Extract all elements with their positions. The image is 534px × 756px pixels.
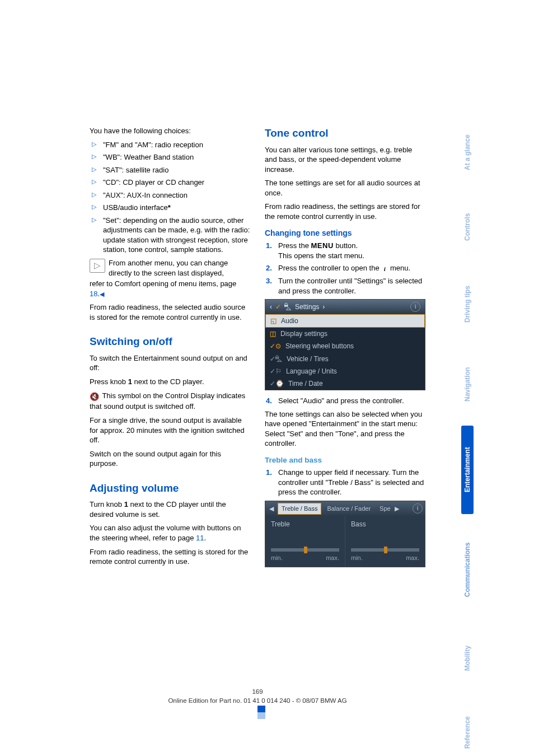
min-label: min. (271, 554, 283, 562)
choices-intro: You have the following choices: (90, 126, 250, 136)
list-item: Press the controller to open the i menu. (265, 263, 425, 273)
section-tab-at-a-glance[interactable]: At a glance (461, 116, 474, 188)
text-run: Press the (278, 241, 311, 250)
tone-para: You can alter various tone settings, e.g… (265, 145, 425, 175)
row-glyph-icon: ✓⊙ (270, 342, 281, 351)
max-label: max. (406, 554, 419, 562)
vol-para: Turn knob 1 next to the CD player until … (90, 500, 250, 519)
row-label: Time / Date (288, 379, 323, 388)
row-label: Vehicle / Tires (287, 354, 329, 363)
row-glyph-icon: ◱ (270, 316, 277, 325)
note-box: ▷ From another menu, you can change dire… (90, 258, 250, 278)
screenshot-header-label: Settings (295, 302, 319, 311)
row-label: Steering wheel buttons (285, 342, 354, 351)
note-continuation: refer to Comfort opening of menu items, … (90, 279, 250, 298)
changing-tone-steps-cont: Select "Audio" and press the controller. (265, 396, 425, 406)
row-label: Audio (281, 316, 298, 325)
section-tab-communications[interactable]: Communications (461, 520, 474, 619)
section-tab-controls[interactable]: Controls (461, 194, 474, 260)
page-footer: 169 Online Edition for Part no. 01 41 0 … (90, 688, 425, 705)
mute-text: This symbol on the Control Display indic… (90, 391, 245, 411)
screenshot-rows: ◱Audio◫Display settings✓⊙Steering wheel … (265, 314, 425, 390)
bass-slider (351, 548, 419, 552)
switch-para: Switch on the sound output again for thi… (90, 449, 250, 469)
screenshot-body: Treble min. max. Bass (265, 516, 425, 567)
volume-heading: Adjusting volume (90, 481, 250, 496)
list-item: "CD": CD player or CD changer (90, 178, 250, 188)
screenshot-row: ✓⛍Vehicle / Tires (265, 353, 425, 365)
tab-balance-fader: Balance / Fader (324, 503, 374, 514)
list-item: USB/audio interface* (90, 203, 250, 213)
list-item-subtext: This opens the start menu. (278, 251, 425, 261)
screenshot-header: ‹ ✓ ⛍ Settings › i (265, 300, 425, 314)
settings-screenshot: ‹ ✓ ⛍ Settings › i ◱Audio◫Display settin… (265, 299, 425, 390)
list-item: "AUX": AUX-In connection (90, 190, 250, 200)
tone-para: The tone settings are set for all audio … (265, 178, 425, 198)
page-link[interactable]: 11 (196, 534, 204, 542)
text-run: . (204, 534, 207, 542)
right-column: Tone control You can alter various tone … (265, 126, 425, 573)
knob-number: 1 (124, 500, 128, 508)
section-tab-reference[interactable]: Reference (461, 697, 474, 756)
page-link[interactable]: 18 (90, 290, 97, 298)
min-label: min. (351, 554, 363, 562)
arrow-right-icon: › (322, 302, 325, 311)
car-icon: ⛍ (284, 302, 292, 312)
slider-minmax: min. max. (271, 554, 339, 562)
screenshot-row: ✓⊙Steering wheel buttons (265, 340, 425, 352)
note-triangle-icon: ▷ (90, 259, 105, 273)
text-run: Press the controller to open the (278, 264, 381, 272)
footer-line: Online Edition for Part no. 01 41 0 014 … (90, 697, 425, 706)
text-run: menu. (388, 264, 410, 272)
bass-pane: Bass min. max. (345, 516, 425, 567)
slider-thumb (384, 547, 387, 553)
note-line: refer to Comfort opening of menu items, … (90, 279, 236, 288)
changing-tone-steps: Press the MENU button. This opens the st… (265, 241, 425, 296)
arrow-left-icon: ◀ (268, 505, 275, 513)
page: You have the following choices: "FM" and… (0, 0, 534, 756)
info-i-icon: i (381, 266, 388, 273)
list-item: "SAT": satellite radio (90, 165, 250, 175)
section-tab-mobility[interactable]: Mobility (461, 625, 474, 691)
screenshot-row: ✓⌚Time / Date (265, 377, 425, 390)
left-column: You have the following choices: "FM" and… (90, 126, 250, 573)
row-label: Display settings (280, 329, 327, 338)
list-item: Turn the controller until "Settings" is … (265, 276, 425, 296)
section-tab-entertainment[interactable]: Entertainment (461, 426, 474, 514)
section-tab-navigation[interactable]: Navigation (461, 348, 474, 420)
info-circle-icon: i (413, 503, 423, 514)
screenshot-row: ✓⚐Language / Units (265, 365, 425, 377)
row-glyph-icon: ✓⛍ (270, 354, 282, 363)
choices-list: "FM" and "AM": radio reception "WB": Wea… (90, 140, 250, 255)
text-run: Press knob (90, 377, 128, 386)
screenshot-row: ◫Display settings (265, 328, 425, 340)
bass-label: Bass (351, 520, 419, 529)
vol-para: From radio readiness, the setting is sto… (90, 547, 250, 567)
list-item: Select "Audio" and press the controller. (265, 396, 425, 406)
max-label: max. (326, 554, 339, 562)
row-glyph-icon: ✓⚐ (270, 367, 282, 376)
mute-symbol-para: 🔇 This symbol on the Control Display ind… (90, 391, 250, 412)
screenshot-row: ◱Audio (265, 314, 425, 328)
page-number: 169 (90, 688, 425, 697)
text-run: next to the CD player. (132, 377, 204, 386)
switching-heading: Switching on/off (90, 334, 250, 349)
slider-thumb (304, 547, 307, 553)
info-circle-icon: i (410, 302, 420, 312)
slider-track (351, 548, 419, 552)
note-line: From another menu, you can change (90, 258, 250, 268)
vol-para: You can also adjust the volume with butt… (90, 523, 250, 543)
treble-bass-steps: Change to upper field if necessary. Turn… (265, 468, 425, 497)
content-columns: You have the following choices: "FM" and… (90, 126, 425, 573)
tab-treble-bass: Treble / Bass (278, 503, 321, 515)
treble-bass-screenshot: ◀ Treble / Bass Balance / Fader Spe ▶ i … (265, 501, 425, 567)
speaker-mute-icon: 🔇 (90, 391, 99, 402)
knob-number: 1 (128, 377, 132, 386)
section-tab-driving-tips[interactable]: Driving tips (461, 265, 474, 343)
arrow-left-icon: ‹ (270, 302, 272, 311)
list-item: Press the MENU button. This opens the st… (265, 241, 425, 260)
tone-para: From radio readiness, the settings are s… (265, 202, 425, 221)
footer-marker-icon (257, 706, 265, 719)
screenshot-tabs: ◀ Treble / Bass Balance / Fader Spe ▶ i (265, 501, 425, 516)
treble-slider (271, 548, 339, 552)
